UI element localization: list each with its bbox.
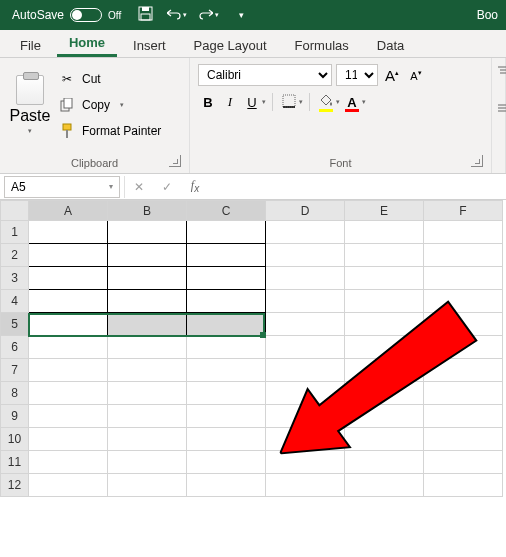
cell[interactable] [108, 267, 187, 290]
row-header[interactable]: 3 [1, 267, 29, 290]
column-header[interactable]: B [108, 201, 187, 221]
chevron-down-icon[interactable]: ▾ [362, 98, 366, 106]
cell[interactable] [29, 267, 108, 290]
left-align-icon[interactable] [498, 100, 499, 118]
cell[interactable] [29, 313, 108, 336]
row-header[interactable]: 10 [1, 428, 29, 451]
paste-button[interactable]: Paste ▾ [6, 62, 54, 148]
cell[interactable] [187, 244, 266, 267]
row-header[interactable]: 9 [1, 405, 29, 428]
grow-font-button[interactable]: A▴ [382, 65, 402, 85]
underline-button[interactable]: U [242, 92, 262, 112]
cell[interactable] [187, 221, 266, 244]
customize-qat-button[interactable]: ▾ [227, 2, 255, 28]
dialog-launcher-icon[interactable] [169, 155, 181, 167]
cell[interactable] [345, 267, 424, 290]
cell[interactable] [187, 359, 266, 382]
cell[interactable] [29, 221, 108, 244]
row-header[interactable]: 6 [1, 336, 29, 359]
cell[interactable] [108, 428, 187, 451]
shrink-font-button[interactable]: A▾ [406, 65, 426, 85]
cell[interactable] [108, 382, 187, 405]
cell[interactable] [424, 451, 503, 474]
tab-data[interactable]: Data [365, 34, 416, 57]
italic-button[interactable]: I [220, 92, 240, 112]
row-header[interactable]: 1 [1, 221, 29, 244]
cell[interactable] [266, 313, 345, 336]
cell[interactable] [108, 359, 187, 382]
name-box[interactable]: A5▾ [4, 176, 120, 198]
cell[interactable] [187, 382, 266, 405]
row-header[interactable]: 11 [1, 451, 29, 474]
cell[interactable] [108, 313, 187, 336]
cell[interactable] [266, 336, 345, 359]
cell[interactable] [29, 359, 108, 382]
cell[interactable] [108, 405, 187, 428]
cell[interactable] [29, 428, 108, 451]
tab-formulas[interactable]: Formulas [283, 34, 361, 57]
borders-button[interactable] [279, 92, 299, 112]
cancel-formula-button[interactable]: ✕ [125, 176, 153, 198]
cell[interactable] [266, 221, 345, 244]
chevron-down-icon[interactable]: ▾ [262, 98, 266, 106]
autosave-toggle[interactable]: AutoSave Off [6, 8, 127, 22]
cell[interactable] [187, 313, 266, 336]
cell[interactable] [424, 244, 503, 267]
cell[interactable] [108, 336, 187, 359]
undo-button[interactable]: ▾ [163, 2, 191, 28]
font-color-button[interactable]: A [342, 92, 362, 112]
insert-function-button[interactable]: fx [181, 176, 209, 198]
select-all-corner[interactable] [1, 201, 29, 221]
cell[interactable] [266, 244, 345, 267]
tab-insert[interactable]: Insert [121, 34, 178, 57]
formula-input[interactable] [209, 176, 506, 198]
row-header[interactable]: 8 [1, 382, 29, 405]
chevron-down-icon[interactable]: ▾ [299, 98, 303, 106]
cell[interactable] [187, 336, 266, 359]
copy-button[interactable]: Copy▾ [58, 94, 161, 116]
cell[interactable] [187, 451, 266, 474]
column-header[interactable]: F [424, 201, 503, 221]
tab-page-layout[interactable]: Page Layout [182, 34, 279, 57]
top-align-icon[interactable] [498, 64, 499, 82]
cell[interactable] [29, 244, 108, 267]
redo-button[interactable]: ▾ [195, 2, 223, 28]
cell[interactable] [187, 474, 266, 497]
row-header[interactable]: 7 [1, 359, 29, 382]
cell[interactable] [108, 451, 187, 474]
cell[interactable] [424, 221, 503, 244]
column-header[interactable]: C [187, 201, 266, 221]
font-size-select[interactable]: 11 [336, 64, 378, 86]
cell[interactable] [108, 244, 187, 267]
fill-color-button[interactable] [316, 92, 336, 112]
cell[interactable] [108, 474, 187, 497]
cell[interactable] [266, 267, 345, 290]
column-header[interactable]: D [266, 201, 345, 221]
format-painter-button[interactable]: Format Painter [58, 120, 161, 142]
bold-button[interactable]: B [198, 92, 218, 112]
column-header[interactable]: E [345, 201, 424, 221]
cell[interactable] [345, 244, 424, 267]
cell[interactable] [108, 290, 187, 313]
cell[interactable] [29, 336, 108, 359]
chevron-down-icon[interactable]: ▾ [336, 98, 340, 106]
cut-button[interactable]: ✂Cut [58, 68, 161, 90]
cell[interactable] [424, 267, 503, 290]
row-header[interactable]: 4 [1, 290, 29, 313]
cell[interactable] [29, 382, 108, 405]
cell[interactable] [187, 405, 266, 428]
cell[interactable] [187, 267, 266, 290]
column-header[interactable]: A [29, 201, 108, 221]
cell[interactable] [29, 474, 108, 497]
cell[interactable] [266, 290, 345, 313]
cell[interactable] [187, 290, 266, 313]
save-button[interactable] [131, 2, 159, 28]
cell[interactable] [108, 221, 187, 244]
font-name-select[interactable]: Calibri [198, 64, 332, 86]
tab-home[interactable]: Home [57, 31, 117, 57]
cell[interactable] [29, 290, 108, 313]
cell[interactable] [187, 428, 266, 451]
dialog-launcher-icon[interactable] [471, 155, 483, 167]
cell[interactable] [29, 405, 108, 428]
row-header[interactable]: 5 [1, 313, 29, 336]
